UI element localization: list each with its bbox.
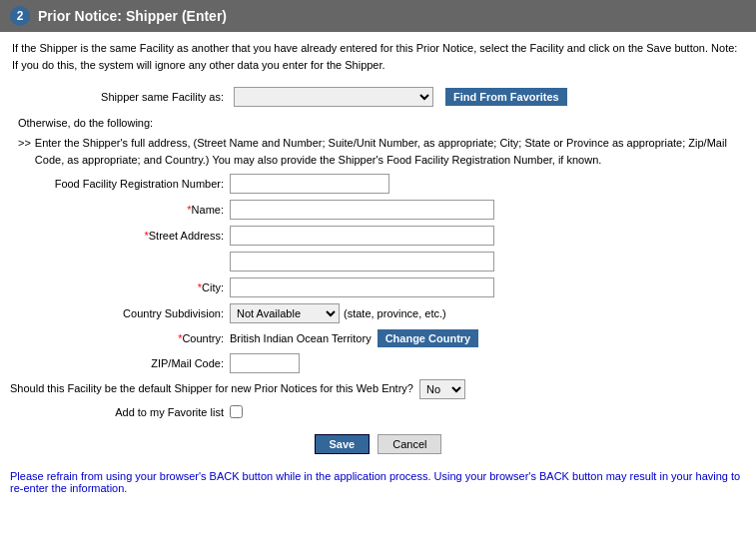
- subdivision-select[interactable]: Not Available: [230, 303, 340, 323]
- cancel-button[interactable]: Cancel: [378, 434, 441, 454]
- street-address2-row: [0, 252, 756, 272]
- same-facility-row: Shipper same Facility as: Find From Favo…: [0, 81, 756, 113]
- food-facility-row: Food Facility Registration Number:: [0, 174, 756, 194]
- subdivision-row: Country Subdivision: Not Available (stat…: [0, 303, 756, 323]
- instruction-block: >> Enter the Shipper's full address, (St…: [0, 133, 756, 174]
- bottom-notice: Please refrain from using your browser's…: [0, 464, 756, 500]
- city-input[interactable]: [230, 277, 494, 297]
- subdivision-label: Country Subdivision:: [10, 307, 230, 319]
- default-shipper-label: Should this Facility be the default Ship…: [10, 381, 419, 396]
- food-facility-input[interactable]: [230, 174, 389, 194]
- arrow-marker: >>: [18, 135, 31, 168]
- city-label: *City:: [10, 281, 230, 293]
- instruction-text: Enter the Shipper's full address, (Stree…: [35, 135, 746, 168]
- step-badge: 2: [10, 6, 30, 26]
- favorites-row: Add to my Favorite list: [0, 405, 756, 418]
- food-facility-label: Food Facility Registration Number:: [10, 178, 230, 190]
- info-box: If the Shipper is the same Facility as a…: [0, 32, 756, 81]
- favorites-label: Add to my Favorite list: [10, 406, 230, 418]
- favorites-checkbox[interactable]: [230, 405, 243, 418]
- street-address-input[interactable]: [230, 226, 494, 246]
- same-facility-select[interactable]: [234, 87, 433, 107]
- otherwise-text: Otherwise, do the following:: [0, 113, 756, 133]
- zip-label: ZIP/Mail Code:: [10, 357, 230, 369]
- country-label: *Country:: [10, 332, 230, 344]
- info-text: If the Shipper is the same Facility as a…: [12, 42, 737, 71]
- page-title: Prior Notice: Shipper (Enter): [38, 8, 227, 24]
- zip-input[interactable]: [230, 353, 300, 373]
- save-button[interactable]: Save: [315, 434, 371, 454]
- country-value: British Indian Ocean Territory: [230, 332, 372, 344]
- name-label: *Name:: [10, 204, 230, 216]
- page-header: 2 Prior Notice: Shipper (Enter): [0, 0, 756, 32]
- city-row: *City:: [0, 277, 756, 297]
- name-input[interactable]: [230, 200, 494, 220]
- buttons-row: Save Cancel: [0, 424, 756, 464]
- name-row: *Name:: [0, 200, 756, 220]
- default-shipper-row: Should this Facility be the default Ship…: [0, 379, 756, 399]
- same-facility-label: Shipper same Facility as:: [10, 91, 230, 103]
- street-address-row: *Street Address:: [0, 226, 756, 246]
- street-address-label: *Street Address:: [10, 230, 230, 242]
- default-shipper-select[interactable]: No Yes: [419, 379, 465, 399]
- zip-row: ZIP/Mail Code:: [0, 353, 756, 373]
- change-country-button[interactable]: Change Country: [378, 329, 479, 347]
- subdivision-hint: (state, province, etc.): [344, 307, 446, 319]
- street-address2-input[interactable]: [230, 252, 494, 272]
- find-from-favorites-button[interactable]: Find From Favorites: [445, 88, 567, 106]
- country-row: *Country: British Indian Ocean Territory…: [0, 329, 756, 347]
